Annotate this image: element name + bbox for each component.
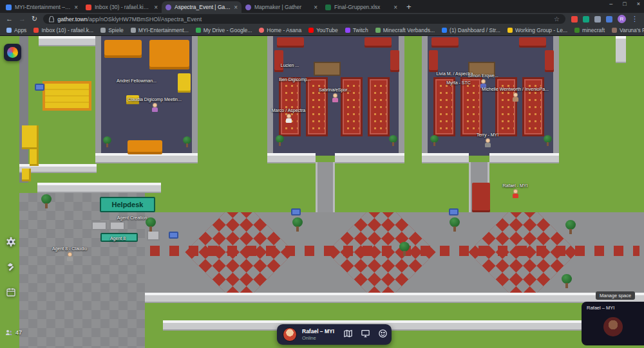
self-identity: Rafael – MYI Online — [302, 328, 334, 340]
gather-logo-icon — [7, 47, 18, 58]
bookmark-label: minecraft — [582, 27, 605, 33]
player-name-label[interactable]: Sabrina/eSpor... — [319, 87, 351, 92]
participants-button[interactable]: 47 — [5, 329, 22, 336]
back-button[interactable]: ← — [6, 15, 13, 23]
player-name-label[interactable]: Andrei Fellowman... — [117, 78, 156, 83]
address-bar[interactable]: gather.town/app/nOSklyHW7MBmSHOl/Aspectr… — [43, 14, 565, 24]
bookmark-item[interactable]: Home - Asana — [259, 27, 301, 33]
player-name-label[interactable]: Agent 8 — [110, 236, 126, 241]
tab-close-icon[interactable]: × — [154, 4, 158, 11]
window-maximize-button[interactable]: □ — [623, 1, 626, 7]
self-video-panel[interactable]: Rafael – MYI — [582, 302, 644, 345]
player-name-label[interactable]: Michelle Wentworth / InvenioPa... — [482, 87, 549, 91]
prebuilt-icon — [612, 28, 617, 33]
screenshare-button[interactable] — [361, 329, 370, 341]
bookmark-item[interactable]: YouTube — [308, 27, 337, 33]
tab-title: Final-Gruppen.xlsx — [334, 4, 390, 10]
player-avatar[interactable] — [285, 114, 292, 123]
bookmark-item[interactable]: (1) Dashboard / Str... — [442, 27, 500, 33]
bookmark-item[interactable]: My Drive - Google... — [196, 27, 252, 33]
player-name-label[interactable]: Agent 8 - Claudio — [52, 246, 87, 251]
extension-icon[interactable] — [606, 16, 612, 23]
window-close-button[interactable]: × — [637, 1, 640, 7]
tab-close-icon[interactable]: × — [314, 4, 317, 11]
player-name-label[interactable]: Agent Creation — [117, 215, 147, 220]
player-avatar[interactable] — [512, 93, 518, 102]
self-avatar[interactable] — [283, 327, 297, 342]
bookmark-item[interactable]: Twitch — [345, 27, 368, 33]
window-minimize-button[interactable]: – — [609, 1, 612, 7]
bookmark-item[interactable]: Spiele — [100, 27, 124, 33]
avatar-head — [287, 114, 291, 118]
gmail-icon — [33, 28, 39, 33]
bookmark-item[interactable]: Apps — [6, 27, 26, 33]
player-name-label[interactable]: Myrta - STC — [446, 80, 471, 85]
extension-icon[interactable] — [594, 16, 601, 23]
extension-icon[interactable] — [583, 16, 589, 23]
gather-map-viewport[interactable]: Helpdesk Andrei Fellowman...Claudia Digi… — [0, 36, 644, 348]
extension-icon[interactable] — [571, 16, 578, 23]
gather-favicon — [166, 5, 171, 10]
bookmark-label: My Drive - Google... — [204, 27, 252, 33]
gmail-favicon — [86, 5, 91, 10]
bookmark-label: Home - Asana — [267, 27, 301, 33]
settings-gear-icon[interactable] — [6, 237, 16, 250]
tab-strip: MYI-Entertainment – Calendar×Inbox (30) … — [0, 0, 644, 13]
bookmark-item[interactable]: Varuna's Pre-Built S... — [612, 27, 644, 33]
player-avatar[interactable] — [484, 138, 491, 147]
browser-tab[interactable]: Final-Gruppen.xlsx× — [321, 1, 401, 13]
bookmark-item[interactable]: Inbox (10) - rafael.k... — [33, 27, 93, 33]
drive-icon — [196, 28, 201, 33]
player-name-label[interactable]: Ben Digicomp... — [279, 77, 310, 82]
gather-logo[interactable] — [4, 44, 21, 61]
bookmark-label: MYI-Entertainment... — [138, 27, 189, 33]
emote-button[interactable] — [378, 329, 388, 341]
player-name-label[interactable]: Lucien ... — [281, 63, 299, 68]
bookmark-label: (1) Dashboard / Str... — [450, 27, 500, 33]
tab-close-icon[interactable]: × — [234, 4, 238, 11]
tab-close-icon[interactable]: × — [74, 4, 78, 11]
bookmark-item[interactable]: Minecraft Verbands... — [375, 27, 435, 33]
excel-favicon — [325, 5, 331, 10]
url-path: /app/nOSklyHW7MBmSHOl/Aspectra_Event — [88, 16, 202, 23]
bookmark-label: YouTube — [316, 27, 337, 33]
sidebar-tools — [6, 237, 16, 300]
folder-icon — [131, 28, 136, 33]
player-avatar[interactable] — [332, 93, 338, 102]
minimap-button[interactable] — [343, 329, 353, 341]
browser-tab[interactable]: MYI-Entertainment – Calendar× — [2, 1, 82, 13]
player-avatar[interactable] — [512, 189, 518, 198]
bookmark-item[interactable]: MYI-Entertainment... — [131, 27, 189, 33]
browser-tab[interactable]: Aspectra_Event | Gather× — [162, 1, 242, 13]
browser-tab[interactable]: Inbox (30) - rafael.kink@myi.ch× — [82, 1, 162, 13]
player-name-label[interactable]: Terry - MYI — [477, 133, 498, 137]
bookmark-item[interactable]: minecraft — [574, 27, 605, 33]
new-tab-button[interactable]: + — [406, 1, 412, 13]
player-name-label[interactable]: Marco / Aspectra — [272, 108, 306, 113]
calendar-icon[interactable] — [6, 287, 16, 300]
avatar-head — [153, 103, 157, 107]
working-group-icon — [507, 28, 513, 33]
minecraft-icon — [375, 28, 381, 33]
avatar-head — [513, 189, 518, 194]
asana-icon — [259, 28, 264, 33]
forward-button[interactable]: → — [19, 15, 26, 23]
bookmark-label: Apps — [14, 27, 26, 33]
bookmark-star-icon[interactable]: ☆ — [554, 15, 560, 23]
avatar-body — [152, 107, 158, 112]
profile-avatar[interactable]: R — [618, 15, 626, 23]
player-avatar[interactable] — [66, 252, 73, 261]
browser-tab[interactable]: Mapmaker | Gather× — [242, 1, 321, 13]
player-name-label[interactable]: Rafael - MYI — [503, 183, 528, 188]
reload-button[interactable]: ↻ — [32, 15, 37, 23]
bookmark-label: Inbox (10) - rafael.k... — [41, 27, 93, 33]
player-name-label[interactable]: Claudia Digicomp Meetin... — [128, 97, 182, 102]
tab-close-icon[interactable]: × — [393, 4, 397, 11]
player-avatar[interactable] — [151, 103, 158, 112]
bookmarks-bar: AppsInbox (10) - rafael.k...SpieleMYI-En… — [0, 25, 644, 36]
build-hammer-icon[interactable] — [6, 262, 16, 275]
bookmark-label: Minecraft Verbands... — [383, 27, 435, 33]
browser-menu-icon[interactable]: ⋮ — [631, 15, 638, 23]
player-name-label[interactable]: Simon Erqwe... — [468, 73, 498, 78]
bookmark-item[interactable]: Working Group - Le... — [507, 27, 567, 33]
